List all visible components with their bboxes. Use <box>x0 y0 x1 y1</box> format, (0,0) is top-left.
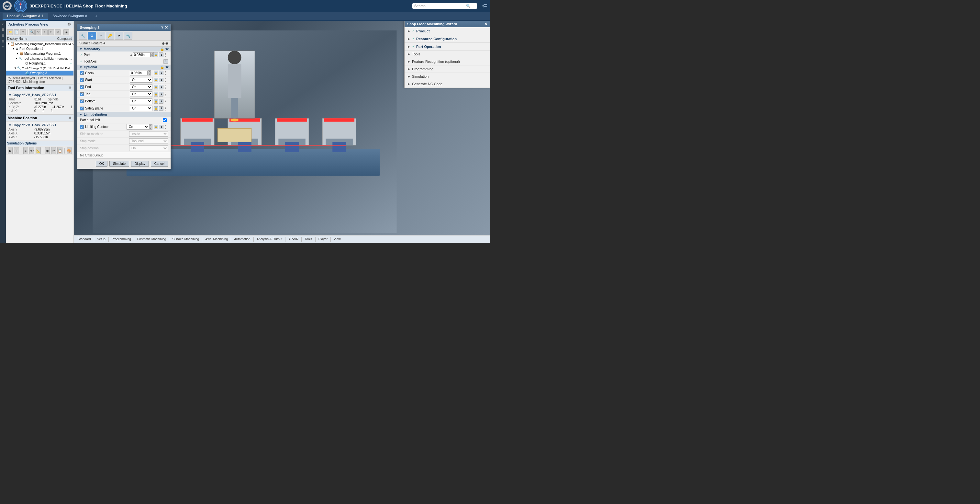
sw-optional-eye-icon[interactable]: 👁 <box>165 65 169 69</box>
sw-check-spin-up[interactable]: ▲ <box>148 70 151 73</box>
vbt-axial[interactable]: Axial Machining <box>203 237 231 242</box>
tree-item-mfg-prog[interactable]: ▼ 📦 Manufacturing Program.1 <box>6 51 73 56</box>
tb-filter-icon[interactable]: ▽ <box>35 29 41 35</box>
sw-limit-header[interactable]: ▼ Limit definition <box>77 112 170 117</box>
sw-end-checkbox[interactable]: ✓ <box>80 85 84 89</box>
sw-tab-geometry[interactable]: 🔧 <box>79 32 87 40</box>
sw-end-dots[interactable]: ⋮ <box>164 85 168 90</box>
sw-safety-info-icon[interactable]: ℹ <box>159 106 164 111</box>
tool-path-close-icon[interactable]: ✕ <box>68 86 72 90</box>
sw-tab-tool[interactable]: 🔩 <box>124 32 132 40</box>
wizard-close-icon[interactable]: ✕ <box>484 22 487 26</box>
tb-settings2-icon[interactable]: ⚙ <box>55 29 60 35</box>
sw-part-lock-icon[interactable]: 🔒 <box>154 53 158 57</box>
left-icon-2[interactable]: ☰ <box>0 28 5 33</box>
tab-add-button[interactable]: ＋ <box>92 12 101 20</box>
vbt-automation[interactable]: Automation <box>231 237 253 242</box>
machine-pos-close-icon[interactable]: ✕ <box>68 116 72 120</box>
sw-part-spin-down[interactable]: ▼ <box>151 55 154 57</box>
tab-haas[interactable]: Haas #5 Swingarm A.1 <box>3 13 48 20</box>
app-logo[interactable]: 3DS <box>3 1 12 10</box>
sw-tab-macro[interactable]: ✂ <box>115 32 123 40</box>
vbt-player[interactable]: Player <box>316 237 330 242</box>
sw-tab-strategy[interactable]: ⚙ <box>88 32 96 40</box>
sw-lc-dots[interactable]: ⋮ <box>164 124 168 129</box>
vbt-analysis[interactable]: Analysis & Output <box>254 237 285 242</box>
left-icon-1[interactable]: ◁ <box>0 22 5 27</box>
vbt-view[interactable]: View <box>331 237 344 242</box>
sw-autolimit-checkbox[interactable] <box>163 118 167 122</box>
sw-top-lock-icon[interactable]: 🔒 <box>154 92 158 97</box>
sw-optional-header[interactable]: ▼ Optional 🔒 👁 <box>77 65 170 70</box>
left-icon-4[interactable]: ⊕ <box>0 40 5 45</box>
tree-arrow-part-op[interactable]: ▼ <box>12 47 15 50</box>
sweeping-help-icon[interactable]: ? <box>161 25 164 30</box>
sw-ok-button[interactable]: OK <box>96 161 107 167</box>
sw-feature-icon1[interactable]: ⊕ <box>162 41 165 46</box>
tab-bowhead[interactable]: Bowhead Swingarm A <box>48 13 92 20</box>
tree-arrow-mfg-prog[interactable]: ▼ <box>16 52 19 55</box>
tree-item-roughing[interactable]: ⬡ Roughing.1 ✦ <box>6 61 73 66</box>
btb-record-btn[interactable]: ◉ <box>45 147 50 154</box>
activities-settings-icon[interactable]: ⚙ <box>67 22 71 27</box>
sw-feature-icon2[interactable]: ◉ <box>165 41 169 46</box>
tb-dropdown-icon[interactable]: ▾ <box>20 29 26 35</box>
sw-check-input[interactable] <box>130 70 148 75</box>
tree-item-tool-change-2[interactable]: ▼ 🔧 Tool Change.2 (T_ 1/4 End Mill Bal..… <box>6 66 73 70</box>
wizard-item-product[interactable]: ▶ ✓ Product <box>404 27 490 35</box>
sw-lc-spin-up[interactable]: ▲ <box>149 124 153 127</box>
sw-check-checkbox[interactable]: ✓ <box>80 71 84 75</box>
sw-start-checkbox[interactable]: ✓ <box>80 78 84 82</box>
wizard-item-programming[interactable]: ▶ Programming <box>404 65 490 73</box>
sw-bottom-dots[interactable]: ⋮ <box>164 99 168 104</box>
sw-part-spin-up[interactable]: ▲ <box>151 52 154 55</box>
sw-lc-lock-icon[interactable]: 🔒 <box>154 125 158 129</box>
vbt-tools[interactable]: Tools <box>302 237 315 242</box>
tree-item-root[interactable]: ▼ 📋 Machining Programs_Behavior00002494 … <box>6 41 73 46</box>
sw-end-info-icon[interactable]: ℹ <box>159 85 164 89</box>
sw-end-lock-icon[interactable]: 🔒 <box>154 85 158 89</box>
wizard-item-nc-code[interactable]: ▶ Generate NC Code <box>404 80 490 88</box>
sw-check-dots[interactable]: ⋮ <box>164 70 168 75</box>
wizard-item-feature-rec[interactable]: ▶ Feature Recognition (optional) <box>404 58 490 65</box>
sw-bottom-checkbox[interactable]: ✓ <box>80 99 84 103</box>
sw-cancel-button[interactable]: Cancel <box>151 161 168 167</box>
vbt-standard[interactable]: Standard <box>75 237 94 242</box>
sw-mandatory-header[interactable]: ▼ Mandatory 🔒 👁 <box>77 47 170 51</box>
btb-play-btn[interactable]: ▶ <box>8 147 13 154</box>
search-icon[interactable]: 🔍 <box>466 4 471 8</box>
btb-measure-btn[interactable]: 📐 <box>36 147 40 154</box>
sweeping-close-icon[interactable]: ✕ <box>165 25 168 30</box>
wizard-item-resource[interactable]: ▶ ✓ Resource Configuration <box>404 35 490 43</box>
vbt-ar-vr[interactable]: AR-VR <box>286 237 301 242</box>
search-input[interactable] <box>414 4 466 8</box>
wizard-item-part-op[interactable]: ▶ ✓ Part Operation <box>404 43 490 51</box>
tb-folder-icon[interactable]: 📁 <box>7 29 13 35</box>
sw-bottom-select[interactable]: On <box>130 99 153 104</box>
left-icon-3[interactable]: ⊞ <box>0 33 5 39</box>
vbt-prismatic[interactable]: Prismatic Machining <box>135 237 169 242</box>
vbt-setup[interactable]: Setup <box>94 237 108 242</box>
vbt-surface[interactable]: Surface Machining <box>170 237 202 242</box>
tb-sort-icon[interactable]: ↕ <box>42 29 48 35</box>
sw-tool-axis-info-icon[interactable]: ℹ <box>164 59 168 64</box>
btb-eye-btn[interactable]: 👁 <box>29 147 34 154</box>
sw-start-dots[interactable]: ⋮ <box>164 77 168 83</box>
sw-top-select[interactable]: On <box>130 91 153 97</box>
sw-part-dots[interactable]: ⋮ <box>164 52 168 57</box>
tb-search-icon[interactable]: 🔍 <box>29 29 35 35</box>
tree-container[interactable]: ▼ 📋 Machining Programs_Behavior00002494 … <box>6 41 73 75</box>
sw-part-info-icon[interactable]: ℹ <box>159 53 164 57</box>
tree-item-sweeping[interactable]: 🌊 Sweeping.3 ✦ <box>6 70 73 75</box>
sw-start-select[interactable]: On <box>130 77 153 83</box>
compass-icon[interactable]: V.R <box>14 0 27 12</box>
tb-expand-icon[interactable]: ⊞ <box>48 29 54 35</box>
tag-icon[interactable]: 🏷 <box>482 3 487 9</box>
left-icon-5[interactable]: ≡ <box>0 45 5 51</box>
sw-lc-select[interactable]: On <box>127 124 149 129</box>
sw-lc-spin-down[interactable]: ▼ <box>149 127 153 129</box>
sw-display-button[interactable]: Display <box>131 161 149 167</box>
btb-copy-btn[interactable]: 📋 <box>57 147 62 154</box>
sw-tab-feeds[interactable]: 🔑 <box>106 32 114 40</box>
sw-mandatory-eye-icon[interactable]: 👁 <box>165 47 169 51</box>
